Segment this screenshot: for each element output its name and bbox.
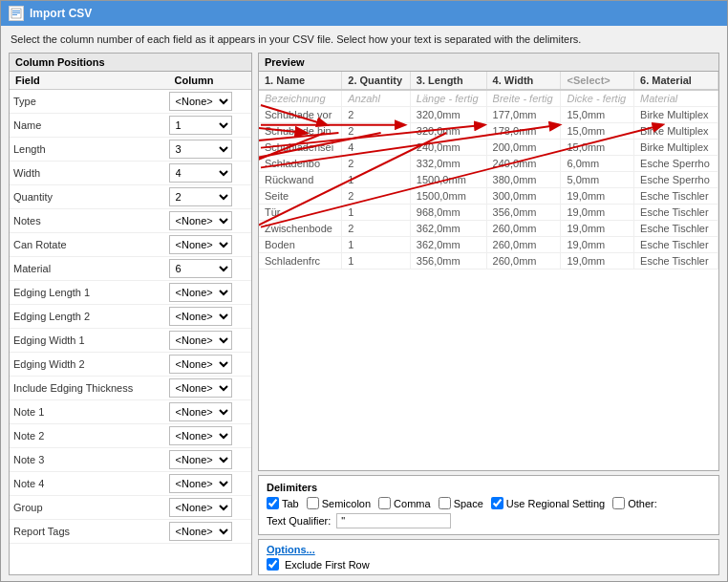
field-name: Edging Length 2 [10,305,165,329]
preview-cell: 19,0mm [561,221,634,237]
delimiter-checkbox-semicolon[interactable] [307,497,319,509]
qualifier-input[interactable] [336,513,451,528]
table-row: Schladenfrc1356,0mm260,0mm19,0mmEsche Ti… [259,253,718,269]
delimiter-item-use_regional: Use Regional Setting [491,497,605,509]
preview-section: Preview 1. Name2. Quantity3. Length4. Wi… [258,53,719,471]
preview-cell: 300,0mm [486,188,561,205]
table-row: Schubladensei4240,0mm200,0mm15,0mmBirke … [259,140,718,156]
field-column-select[interactable]: <None>12345678910 [169,331,232,350]
delimiter-checkbox-use_regional[interactable] [491,497,503,509]
delimiters-title: Delimiters [267,482,711,493]
field-column-select[interactable]: <None>12345678910 [169,187,232,206]
delimiter-checkbox-tab[interactable] [267,497,279,509]
window-title: Import CSV [30,7,92,20]
options-row: Exclude First Row [267,558,711,571]
preview-cell: Esche Tischler [634,221,718,237]
field-column-select[interactable]: <None>12345678910 [169,211,232,230]
delimiter-checkbox-other[interactable] [612,497,625,509]
preview-cell: 5,0mm [561,172,634,188]
delimiter-item-semicolon: Semicolon [307,497,371,509]
preview-cell: 15,0mm [561,107,634,123]
field-column-select-wrapper: <None>12345678910 [165,90,251,114]
field-name: Material [10,257,165,281]
table-row: Zwischenbode2362,0mm260,0mm19,0mmEsche T… [259,221,718,237]
field-col-header: Field [10,72,165,90]
preview-header-cell: Dicke - fertig [561,90,634,107]
field-column-select[interactable]: <None>12345678910 [169,522,232,541]
field-column-select[interactable]: <None>12345678910 [169,402,232,421]
preview-cell: Esche Sperrho [634,172,718,188]
preview-col-header: 6. Material [634,72,718,90]
preview-cell: 1 [342,172,411,188]
preview-cell: Schubladensei [259,140,342,156]
field-column-select-wrapper: <None>12345678910 [165,209,251,233]
field-column-select[interactable]: <None>12345678910 [169,498,232,517]
preview-col-header: 4. Width [486,72,561,90]
preview-cell: Schladenbo [259,156,342,172]
field-column-select[interactable]: <None>12345678910 [169,426,232,445]
delimiter-label-use_regional: Use Regional Setting [506,498,605,509]
options-title[interactable]: Options... [267,544,711,555]
field-column-select[interactable]: <None>12345678910 [169,92,232,111]
field-column-select[interactable]: <None>12345678910 [169,140,232,159]
field-name: Type [10,90,165,114]
preview-col-header: <Select> [561,72,634,90]
delimiter-item-tab: Tab [267,497,299,509]
field-column-select-wrapper: <None>12345678910 [165,353,251,377]
field-column-select[interactable]: <None>12345678910 [169,378,232,398]
left-panel-scroll[interactable]: Field Column Type<None>12345678910Name<N… [10,72,251,574]
preview-cell: Esche Tischler [634,205,718,221]
preview-cell: 240,0mm [486,156,561,172]
field-column-select[interactable]: <None>12345678910 [169,307,232,326]
preview-cell: 1 [342,237,411,253]
table-row: Seite21500,0mm300,0mm19,0mmEsche Tischle… [259,188,718,205]
delimiter-label-semicolon: Semicolon [322,498,371,509]
preview-header-cell: Material [634,90,718,107]
field-column-select-wrapper: <None>12345678910 [165,114,251,138]
field-column-select[interactable]: <None>12345678910 [169,450,232,469]
field-column-select-wrapper: <None>12345678910 [165,185,251,209]
preview-cell: 1500,0mm [410,188,486,205]
preview-cell: Schublade vor [259,107,342,123]
preview-cell: 1 [342,205,411,221]
preview-cell: 2 [342,123,411,140]
preview-table-wrapper[interactable]: 1. Name2. Quantity3. Length4. Width<Sele… [259,72,718,470]
table-row: Boden1362,0mm260,0mm19,0mmEsche Tischler [259,237,718,253]
preview-cell: Schladenfrc [259,253,342,269]
preview-cell: Schublade hin [259,123,342,140]
field-name: Edging Length 1 [10,281,165,305]
description-text: Select the column number of each field a… [1,26,727,53]
field-name: Include Edging Thickness [10,377,165,400]
exclude-first-row-checkbox[interactable] [267,558,279,571]
column-col-header: Column [165,72,251,90]
preview-cell: 380,0mm [486,172,561,188]
delimiter-label-other: Other: [628,498,657,509]
preview-header-cell: Anzahl [342,90,411,107]
window-icon [9,6,24,21]
field-column-select[interactable]: <None>12345678910 [169,163,232,183]
preview-cell: 320,0mm [410,107,486,123]
field-column-select-wrapper: <None>12345678910 [165,257,251,281]
preview-cell: 2 [342,188,411,205]
field-column-select[interactable]: <None>12345678910 [169,355,232,374]
preview-cell: 1 [342,253,411,269]
preview-cell: 260,0mm [486,221,561,237]
field-name: Can Rotate [10,233,165,257]
preview-cell: 15,0mm [561,140,634,156]
field-column-select[interactable]: <None>12345678910 [169,235,232,254]
delimiter-item-other: Other: [612,497,657,509]
preview-cell: 6,0mm [561,156,634,172]
field-column-select[interactable]: <None>12345678910 [169,116,232,135]
preview-cell: 260,0mm [486,237,561,253]
field-column-select-wrapper: <None>12345678910 [165,281,251,305]
field-column-select-wrapper: <None>12345678910 [165,496,251,520]
preview-title: Preview [259,54,718,72]
field-column-select-wrapper: <None>12345678910 [165,162,251,185]
field-column-select[interactable]: <None>12345678910 [169,259,232,278]
field-column-select[interactable]: <None>12345678910 [169,283,232,302]
field-name: Note 1 [10,400,165,424]
delimiter-checkbox-comma[interactable] [378,497,391,509]
qualifier-label: Text Qualifier: [267,515,331,527]
field-column-select[interactable]: <None>12345678910 [169,474,232,493]
delimiter-checkbox-space[interactable] [439,497,451,509]
